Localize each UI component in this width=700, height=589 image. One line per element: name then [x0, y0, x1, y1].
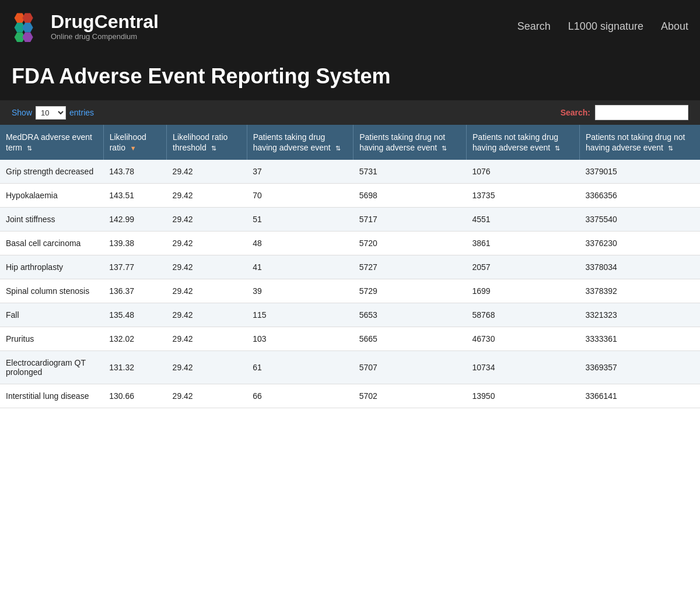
col-header-pt-no-drug-adverse[interactable]: Patients not taking drug having adverse …: [467, 125, 580, 160]
table-cell: 5729: [354, 279, 467, 303]
table-cell: 29.42: [167, 279, 247, 303]
table-cell: 3369357: [579, 351, 700, 384]
table-cell: 5665: [354, 327, 467, 351]
table-row: Basal cell carcinoma139.3829.42485720386…: [0, 232, 700, 255]
table-body: Grip strength decreased143.7829.42375731…: [0, 160, 700, 408]
search-label: Search:: [561, 108, 590, 117]
table-row: Spinal column stenosis136.3729.423957291…: [0, 279, 700, 303]
table-cell: 115: [247, 303, 353, 327]
entries-select[interactable]: 10 25 50 100: [36, 106, 66, 120]
col-header-lr[interactable]: Likelihood ratio ▼: [103, 125, 166, 160]
table-cell: 2057: [467, 255, 580, 279]
table-cell: 5720: [354, 232, 467, 255]
controls-bar: Show 10 25 50 100 entries Search:: [0, 100, 700, 125]
table-cell: 48: [247, 232, 353, 255]
table-row: Fall135.4829.421155653587683321323: [0, 303, 700, 327]
col-header-pt-drug-adverse[interactable]: Patients taking drug having adverse even…: [247, 125, 353, 160]
table-cell: 1076: [467, 160, 580, 184]
logo-title: DrugCentral: [51, 12, 159, 32]
table-cell: 5653: [354, 303, 467, 327]
table-cell: 5731: [354, 160, 467, 184]
table-cell: 10734: [467, 351, 580, 384]
table-row: Joint stiffness142.9929.4251571745513375…: [0, 208, 700, 232]
table-cell: 58768: [467, 303, 580, 327]
logo-text: DrugCentral Online drug Compendium: [51, 12, 159, 41]
col-header-lr-threshold[interactable]: Likelihood ratio threshold ⇅: [167, 125, 247, 160]
table-cell: 5698: [354, 184, 467, 208]
table-cell: 29.42: [167, 384, 247, 408]
table-cell: 5717: [354, 208, 467, 232]
table-cell: Hypokalaemia: [0, 184, 103, 208]
table-cell: 70: [247, 184, 353, 208]
table-cell: 3379015: [579, 160, 700, 184]
table-cell: 3366356: [579, 184, 700, 208]
sort-icon-lr-threshold: ⇅: [211, 144, 216, 152]
table-cell: 13950: [467, 384, 580, 408]
table-cell: Interstitial lung disease: [0, 384, 103, 408]
table-cell: 135.48: [103, 303, 166, 327]
table-cell: Fall: [0, 303, 103, 327]
table-cell: 3861: [467, 232, 580, 255]
table-cell: 5727: [354, 255, 467, 279]
table-cell: 142.99: [103, 208, 166, 232]
table-cell: 13735: [467, 184, 580, 208]
table-cell: Pruritus: [0, 327, 103, 351]
table-cell: 3375540: [579, 208, 700, 232]
table-cell: 131.32: [103, 351, 166, 384]
table-row: Hip arthroplasty137.7729.424157272057337…: [0, 255, 700, 279]
table-cell: 37: [247, 160, 353, 184]
sort-icon-pt-no-drug-adverse: ⇅: [555, 144, 560, 152]
table-cell: 29.42: [167, 208, 247, 232]
table-row: Grip strength decreased143.7829.42375731…: [0, 160, 700, 184]
col-header-pt-drug-no-adverse[interactable]: Patients taking drug not having adverse …: [354, 125, 467, 160]
table-cell: 4551: [467, 208, 580, 232]
table-cell: 66: [247, 384, 353, 408]
table-cell: 61: [247, 351, 353, 384]
table-cell: 3378392: [579, 279, 700, 303]
table-row: Electrocardiogram QT prolonged131.3229.4…: [0, 351, 700, 384]
table-cell: 29.42: [167, 160, 247, 184]
table-row: Interstitial lung disease130.6629.426657…: [0, 384, 700, 408]
show-label: Show: [12, 108, 32, 117]
table-cell: 3321323: [579, 303, 700, 327]
table-cell: 41: [247, 255, 353, 279]
table-row: Pruritus132.0229.421035665467303333361: [0, 327, 700, 351]
search-bar: Search:: [561, 105, 688, 120]
table-cell: Joint stiffness: [0, 208, 103, 232]
table-cell: 29.42: [167, 232, 247, 255]
table-cell: Hip arthroplasty: [0, 255, 103, 279]
table-cell: 5707: [354, 351, 467, 384]
table-cell: Spinal column stenosis: [0, 279, 103, 303]
table-cell: 39: [247, 279, 353, 303]
table-cell: 143.78: [103, 160, 166, 184]
table-cell: 29.42: [167, 303, 247, 327]
table-cell: 29.42: [167, 255, 247, 279]
table-cell: Electrocardiogram QT prolonged: [0, 351, 103, 384]
table-cell: 5702: [354, 384, 467, 408]
logo-icon: [12, 10, 44, 43]
nav-l1000[interactable]: L1000 signature: [568, 20, 643, 33]
table-wrapper: MedDRA adverse event term ⇅ Likelihood r…: [0, 125, 700, 408]
nav-about[interactable]: About: [661, 20, 688, 33]
table-cell: 3376230: [579, 232, 700, 255]
nav-search[interactable]: Search: [517, 20, 551, 33]
logo-area: DrugCentral Online drug Compendium: [12, 10, 517, 43]
table-cell: Basal cell carcinoma: [0, 232, 103, 255]
table-cell: 136.37: [103, 279, 166, 303]
col-header-pt-no-drug-no-adverse[interactable]: Patients not taking drug not having adve…: [579, 125, 700, 160]
table-cell: 51: [247, 208, 353, 232]
sort-icon-pt-no-drug-no-adverse: ⇅: [668, 144, 673, 152]
table-cell: 139.38: [103, 232, 166, 255]
table-cell: 29.42: [167, 184, 247, 208]
search-input[interactable]: [595, 105, 688, 120]
page-title: FDA Adverse Event Reporting System: [12, 64, 688, 94]
table-cell: 46730: [467, 327, 580, 351]
col-header-term[interactable]: MedDRA adverse event term ⇅: [0, 125, 103, 160]
table-cell: 130.66: [103, 384, 166, 408]
sort-icon-lr: ▼: [130, 144, 136, 152]
table-cell: 29.42: [167, 327, 247, 351]
table-cell: 132.02: [103, 327, 166, 351]
nav-links: Search L1000 signature About: [517, 20, 688, 33]
svg-marker-5: [22, 32, 33, 41]
table-cell: 137.77: [103, 255, 166, 279]
